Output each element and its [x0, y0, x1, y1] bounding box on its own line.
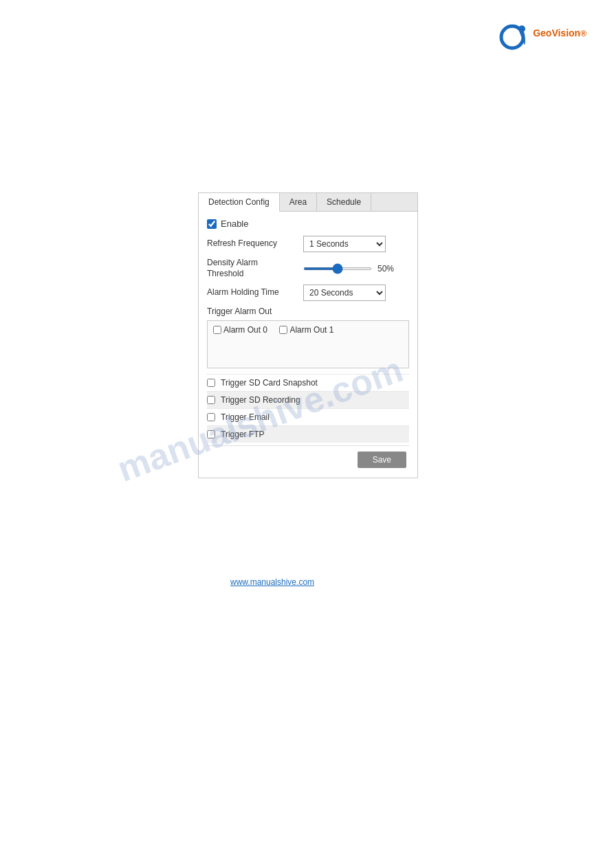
trigger-alarm-out-title: Trigger Alarm Out [207, 307, 409, 316]
refresh-frequency-select[interactable]: 1 Seconds 2 Seconds 5 Seconds 10 Seconds [303, 236, 386, 252]
trigger-email-checkbox[interactable] [207, 413, 215, 421]
alarm-holding-time-select[interactable]: 5 Seconds 10 Seconds 20 Seconds 30 Secon… [303, 285, 386, 301]
density-alarm-label: Density Alarm Threshold [207, 258, 303, 279]
tab-area[interactable]: Area [280, 193, 317, 211]
refresh-frequency-label: Refresh Frequency [207, 238, 303, 249]
alarm-out-1-checkbox[interactable] [279, 326, 287, 334]
trigger-sd-snapshot-row: Trigger SD Card Snapshot [207, 374, 409, 391]
logo-text: GeoVision® [533, 26, 586, 48]
trigger-sd-recording-label: Trigger SD Recording [221, 395, 300, 405]
save-row: Save [207, 445, 409, 471]
alarm-out-box: Alarm Out 0 Alarm Out 1 [207, 320, 409, 368]
alarm-holding-time-row: Alarm Holding Time 5 Seconds 10 Seconds … [207, 285, 409, 301]
trigger-ftp-checkbox[interactable] [207, 430, 215, 438]
enable-row: Enable [207, 219, 409, 229]
density-alarm-row: Density Alarm Threshold 50% [207, 258, 409, 279]
detection-panel: Detection Config Area Schedule Enable Re… [198, 192, 418, 478]
density-value: 50% [377, 264, 394, 274]
alarm-out-1-label[interactable]: Alarm Out 1 [279, 325, 333, 335]
tab-bar: Detection Config Area Schedule [199, 193, 417, 212]
logo: GeoVision® [497, 21, 586, 54]
alarm-out-0-checkbox[interactable] [213, 326, 221, 334]
trigger-sd-recording-checkbox[interactable] [207, 396, 215, 404]
trigger-email-row: Trigger Email [207, 408, 409, 425]
enable-label: Enable [221, 219, 248, 229]
alarm-holding-time-label: Alarm Holding Time [207, 287, 303, 298]
trigger-ftp-label: Trigger FTP [221, 430, 265, 439]
alarm-out-0-label[interactable]: Alarm Out 0 [213, 325, 267, 335]
trigger-ftp-row: Trigger FTP [207, 425, 409, 443]
refresh-frequency-row: Refresh Frequency 1 Seconds 2 Seconds 5 … [207, 236, 409, 252]
density-slider[interactable] [303, 267, 372, 270]
bottom-link[interactable]: www.manualshive.com [230, 577, 314, 587]
save-button[interactable]: Save [358, 452, 406, 468]
svg-point-1 [518, 25, 525, 32]
enable-checkbox[interactable] [207, 219, 217, 229]
trigger-sd-snapshot-checkbox[interactable] [207, 379, 215, 387]
tab-schedule[interactable]: Schedule [317, 193, 371, 211]
trigger-sd-recording-row: Trigger SD Recording [207, 391, 409, 408]
trigger-email-label: Trigger Email [221, 412, 270, 422]
trigger-sd-snapshot-label: Trigger SD Card Snapshot [221, 378, 318, 388]
tab-detection-config[interactable]: Detection Config [199, 193, 280, 212]
